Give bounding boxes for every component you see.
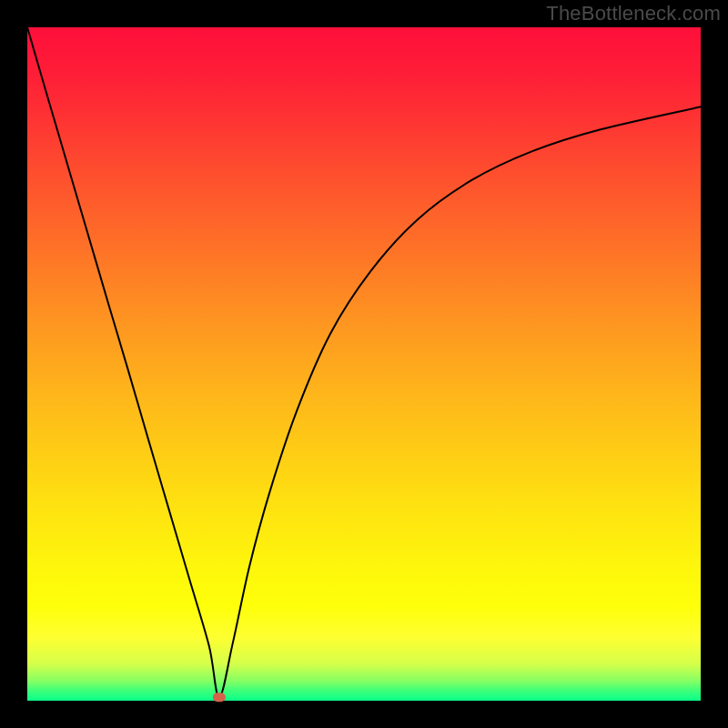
min-dot: [213, 693, 226, 702]
plot-background: [27, 27, 701, 701]
bottleneck-chart: [0, 0, 728, 728]
chart-frame: TheBottleneck.com: [0, 0, 728, 728]
watermark-label: TheBottleneck.com: [546, 2, 721, 25]
